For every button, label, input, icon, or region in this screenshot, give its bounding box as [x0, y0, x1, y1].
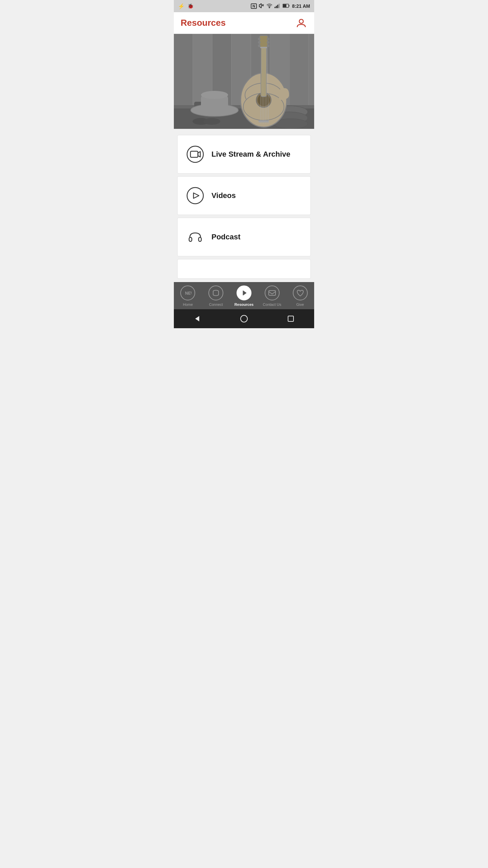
- status-bar: ⚡ 🐞 N: [174, 0, 314, 12]
- back-button[interactable]: [190, 312, 204, 326]
- home-icon-circle: NEW: [180, 285, 195, 300]
- svg-marker-61: [195, 316, 199, 321]
- profile-button[interactable]: [295, 17, 307, 29]
- give-nav-label: Give: [296, 302, 304, 307]
- svg-rect-3: [277, 5, 278, 8]
- svg-point-54: [187, 188, 203, 204]
- svg-rect-6: [283, 4, 286, 7]
- svg-marker-55: [194, 193, 199, 198]
- time-display: 8:21 AM: [292, 3, 310, 9]
- headphones-icon-wrapper: [186, 228, 205, 246]
- svg-point-7: [299, 19, 303, 23]
- svg-rect-4: [279, 4, 280, 8]
- video-camera-icon-wrapper: [186, 145, 205, 164]
- mute-icon: [259, 3, 264, 9]
- svg-point-52: [187, 146, 203, 162]
- nav-item-give[interactable]: Give: [286, 285, 314, 307]
- contact-us-icon-circle: [265, 285, 280, 300]
- podcast-label: Podcast: [211, 233, 241, 241]
- recents-button[interactable]: [284, 312, 298, 326]
- page-title: Resources: [181, 18, 226, 28]
- nav-item-connect[interactable]: Connect: [202, 285, 230, 307]
- battery-icon: [283, 3, 290, 9]
- podcast-card[interactable]: Podcast: [177, 218, 311, 256]
- svg-rect-56: [189, 237, 192, 241]
- live-stream-label: Live Stream & Archive: [211, 150, 290, 159]
- videos-label: Videos: [211, 191, 236, 200]
- resources-nav-label: Resources: [235, 302, 253, 307]
- svg-rect-57: [199, 237, 201, 241]
- svg-rect-51: [174, 34, 314, 129]
- svg-rect-53: [190, 151, 198, 157]
- wifi-icon: [266, 3, 272, 9]
- svg-rect-2: [276, 6, 277, 8]
- nav-item-contact-us[interactable]: Contact Us: [258, 285, 286, 307]
- bottom-navigation: NEW Home Connect Resources: [174, 282, 314, 309]
- svg-marker-59: [243, 291, 246, 295]
- bug-icon: 🐞: [187, 3, 194, 9]
- contact-us-nav-label: Contact Us: [263, 302, 281, 307]
- svg-point-0: [269, 7, 270, 8]
- app-header: Resources: [174, 12, 314, 34]
- svg-point-62: [241, 315, 247, 322]
- home-button[interactable]: [237, 312, 251, 326]
- svg-rect-60: [269, 291, 276, 295]
- svg-rect-63: [288, 316, 293, 321]
- home-nav-label: Home: [183, 302, 193, 307]
- signal-icon: [274, 3, 281, 9]
- live-stream-card[interactable]: Live Stream & Archive: [177, 135, 311, 174]
- svg-text:NEW: NEW: [185, 291, 191, 296]
- svg-rect-1: [274, 7, 276, 8]
- nav-item-resources[interactable]: Resources: [230, 285, 258, 307]
- connect-nav-label: Connect: [209, 302, 223, 307]
- partial-card[interactable]: [177, 259, 311, 279]
- android-nav-bar: [174, 309, 314, 328]
- connect-icon-circle: [208, 285, 223, 300]
- status-bar-left-icons: ⚡ 🐞: [178, 3, 194, 9]
- content-area: Live Stream & Archive Videos Podcast: [174, 129, 314, 282]
- hero-image: [174, 34, 314, 129]
- status-bar-right: N: [251, 3, 310, 9]
- nav-item-home[interactable]: NEW Home: [174, 285, 202, 307]
- nfc-icon: N: [251, 3, 257, 9]
- play-circle-icon-wrapper: [186, 186, 205, 205]
- videos-card[interactable]: Videos: [177, 176, 311, 215]
- give-icon-circle: [293, 285, 308, 300]
- usb-icon: ⚡: [178, 3, 185, 9]
- resources-icon-circle: [237, 285, 251, 300]
